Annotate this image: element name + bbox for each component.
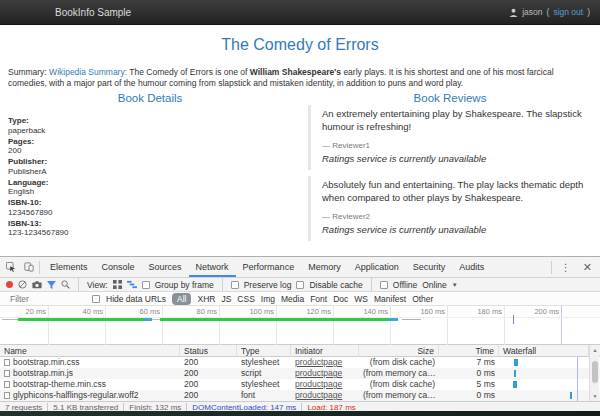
hide-data-urls-checkbox[interactable] xyxy=(92,295,100,303)
filter-type-xhr[interactable]: XHR xyxy=(197,294,215,304)
top-navbar: BookInfo Sample jason ( sign out ) xyxy=(0,0,600,25)
user-menu: jason ( sign out ) xyxy=(509,7,590,17)
request-type: stylesheet xyxy=(237,357,291,368)
table-scrollbar[interactable]: ▲ ▼ xyxy=(589,345,599,401)
capture-screenshots-icon[interactable] xyxy=(32,281,42,289)
request-name: bootstrap.min.css xyxy=(13,357,80,368)
table-row[interactable]: bootstrap-theme.min.css 200 stylesheet p… xyxy=(0,379,600,390)
throttling-select[interactable]: Online xyxy=(422,280,447,290)
filter-type-media[interactable]: Media xyxy=(281,294,304,304)
tab-memory[interactable]: Memory xyxy=(301,257,348,277)
overview-bar-gray xyxy=(152,319,160,320)
request-time: 0 ms xyxy=(439,368,499,379)
column-header-time[interactable]: Time xyxy=(439,345,499,357)
devtools-menu-icon[interactable]: ⋮ xyxy=(555,262,577,273)
column-header-type[interactable]: Type xyxy=(237,345,291,357)
column-header-size[interactable]: Size xyxy=(359,345,439,357)
column-header-name[interactable]: Name xyxy=(0,345,180,357)
tab-performance[interactable]: Performance xyxy=(236,257,302,277)
detail-label: ISBN-10: xyxy=(8,198,69,208)
filter-type-css[interactable]: CSS xyxy=(237,294,254,304)
request-time: 7 ms xyxy=(439,357,499,368)
detail-value: 1234567890 xyxy=(8,208,69,218)
group-by-frame-checkbox[interactable] xyxy=(142,281,150,289)
tab-console[interactable]: Console xyxy=(95,257,142,277)
filter-type-js[interactable]: JS xyxy=(221,294,231,304)
request-initiator-link[interactable]: productpage xyxy=(295,379,342,389)
detail-value: 200 xyxy=(8,146,69,156)
column-header-status[interactable]: Status xyxy=(180,345,237,357)
view-large-rows-icon[interactable] xyxy=(113,280,122,289)
ruler-tick: 20 ms xyxy=(6,307,46,316)
ratings-unavailable-note: Ratings service is currently unavailable xyxy=(322,153,590,164)
detail-label: Pages: xyxy=(8,137,69,147)
column-header-waterfall[interactable]: Waterfall xyxy=(499,345,589,357)
offline-label[interactable]: Offline xyxy=(393,280,417,290)
divider xyxy=(186,403,187,411)
scrollbar-thumb[interactable] xyxy=(592,361,598,383)
request-status: 200 xyxy=(180,379,237,390)
search-icon[interactable] xyxy=(61,280,70,289)
dcl-event-line xyxy=(513,315,514,324)
filter-type-ws[interactable]: WS xyxy=(354,294,368,304)
wikipedia-summary-link[interactable]: Wikipedia Summary: xyxy=(49,67,127,77)
chevron-down-icon: ▼ xyxy=(452,282,458,288)
inspect-element-icon[interactable] xyxy=(3,260,18,275)
waterfall-bar xyxy=(570,392,572,399)
filter-type-font[interactable]: Font xyxy=(310,294,327,304)
filter-type-manifest[interactable]: Manifest xyxy=(374,294,406,304)
table-row[interactable]: glyphicons-halflings-regular.woff2 200 f… xyxy=(0,390,600,401)
device-toolbar-icon[interactable] xyxy=(21,260,36,275)
request-initiator-link[interactable]: productpage xyxy=(295,357,342,367)
tab-security[interactable]: Security xyxy=(406,257,453,277)
tab-audits[interactable]: Audits xyxy=(452,257,491,277)
view-waterfall-icon[interactable] xyxy=(127,280,137,289)
ruler-tick: 100 ms xyxy=(234,307,274,316)
tab-network[interactable]: Network xyxy=(189,257,236,277)
filter-input[interactable] xyxy=(8,293,86,305)
request-initiator-link[interactable]: productpage xyxy=(295,390,342,400)
tab-elements[interactable]: Elements xyxy=(43,257,95,277)
filter-type-img[interactable]: Img xyxy=(261,294,275,304)
request-size: (from disk cache) xyxy=(359,379,439,390)
filter-type-all[interactable]: All xyxy=(172,293,191,305)
devtools-close-icon[interactable]: ✕ xyxy=(577,261,598,274)
group-by-frame-label[interactable]: Group by frame xyxy=(155,280,214,290)
disable-cache-checkbox[interactable] xyxy=(296,281,304,289)
scroll-up-icon[interactable]: ▲ xyxy=(590,347,600,353)
scroll-down-icon[interactable]: ▼ xyxy=(590,393,600,399)
network-toolbar: View: Group by frame Preserve log Disabl… xyxy=(0,278,600,292)
hide-data-urls-label[interactable]: Hide data URLs xyxy=(106,294,166,304)
column-header-initiator[interactable]: Initiator xyxy=(291,345,359,357)
brand-title[interactable]: BookInfo Sample xyxy=(55,7,131,18)
clear-icon[interactable] xyxy=(18,280,27,289)
signout-open-paren: ( xyxy=(547,7,550,17)
offline-checkbox[interactable] xyxy=(380,281,388,289)
tab-application[interactable]: Application xyxy=(348,257,406,277)
request-time: 0 ms xyxy=(439,390,499,401)
filter-icon[interactable] xyxy=(47,281,56,289)
record-button[interactable] xyxy=(6,281,13,288)
summary-author-bold: William Shakespeare's xyxy=(250,67,341,77)
network-filter-row: Hide data URLs All XHR JS CSS Img Media … xyxy=(0,292,600,306)
network-overview-timeline[interactable]: 20 ms 40 ms 60 ms 80 ms 100 ms 120 ms 14… xyxy=(0,306,600,345)
sign-out-link[interactable]: sign out xyxy=(553,7,583,17)
book-summary: Summary: Wikipedia Summary: The Comedy o… xyxy=(8,67,594,89)
disable-cache-label[interactable]: Disable cache xyxy=(309,280,362,290)
preserve-log-checkbox[interactable] xyxy=(231,281,239,289)
request-initiator-link[interactable]: productpage xyxy=(295,368,342,378)
detail-label: Type: xyxy=(8,116,69,126)
tab-sources[interactable]: Sources xyxy=(142,257,189,277)
request-status: 200 xyxy=(180,368,237,379)
summary-text-pre: The Comedy of Errors is one of xyxy=(129,67,247,77)
table-row[interactable]: bootstrap.min.css 200 stylesheet product… xyxy=(0,357,600,368)
request-status: 200 xyxy=(180,357,237,368)
preserve-log-label[interactable]: Preserve log xyxy=(244,280,292,290)
filter-type-doc[interactable]: Doc xyxy=(333,294,348,304)
detail-label: ISBN-13: xyxy=(8,219,69,229)
table-row[interactable]: bootstrap.min.js 200 script productpage … xyxy=(0,368,600,379)
filter-type-other[interactable]: Other xyxy=(412,294,433,304)
username: jason xyxy=(522,7,542,17)
review-author: — Reviewer1 xyxy=(322,141,590,150)
detail-value: 123-1234567890 xyxy=(8,228,69,238)
